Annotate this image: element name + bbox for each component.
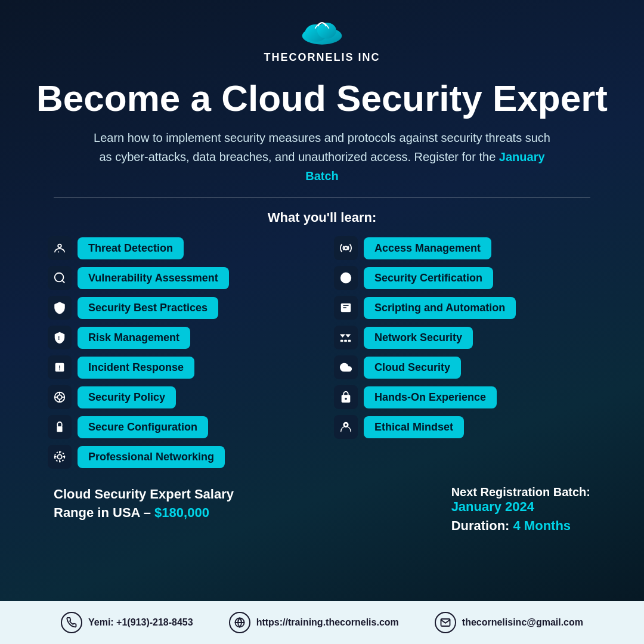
svg-line-7 [62, 280, 64, 283]
hero-subtitle: Learn how to implement security measures… [89, 128, 555, 185]
scripting-automation-icon [334, 296, 358, 320]
network-security-icon [334, 326, 358, 349]
phone-text: Yemi: +1(913)-218-8453 [88, 617, 193, 628]
threat-detection-icon [48, 236, 72, 260]
logo-cloud-icon [298, 18, 346, 48]
topics-container: Threat Detection Vulnerability Assessmen… [48, 236, 596, 469]
list-item: Security Certification [334, 266, 596, 290]
salary-amount: $180,000 [154, 505, 209, 520]
access-management-label: Access Management [364, 237, 491, 259]
duration-label: Duration: [451, 518, 510, 533]
list-item: Security Best Practices [48, 296, 310, 320]
list-item: Threat Detection [48, 236, 310, 260]
footer: Yemi: +1(913)-218-8453 https://training.… [0, 601, 644, 644]
security-best-practices-icon [48, 296, 72, 320]
security-best-practices-label: Security Best Practices [78, 297, 218, 319]
svg-point-27 [345, 424, 347, 426]
professional-networking-label: Professional Networking [78, 446, 225, 468]
svg-rect-5 [58, 252, 59, 253]
duration-value: 4 Months [513, 518, 571, 533]
svg-rect-25 [348, 340, 351, 342]
cloud-security-icon [334, 355, 358, 379]
list-item: Secure Configuration [48, 415, 310, 439]
website-text: https://training.thecornelis.com [256, 617, 399, 628]
registration-value: January 2024 [451, 499, 590, 515]
list-item: Hands-On Experience [334, 385, 596, 409]
email-icon [435, 612, 456, 633]
hands-on-experience-label: Hands-On Experience [364, 386, 497, 408]
svg-rect-17 [57, 426, 62, 432]
hands-on-experience-icon [334, 385, 358, 409]
salary-info: Cloud Security Expert SalaryRange in USA… [54, 485, 234, 522]
network-security-label: Network Security [364, 327, 473, 349]
risk-management-icon: ! [48, 326, 72, 349]
list-item: Ethical Mindset [334, 415, 596, 439]
topics-left-column: Threat Detection Vulnerability Assessmen… [48, 236, 310, 469]
svg-rect-23 [340, 340, 343, 342]
list-item: Professional Networking [48, 445, 310, 469]
secure-configuration-label: Secure Configuration [78, 416, 208, 438]
incident-response-label: Incident Response [78, 357, 194, 379]
svg-point-20 [344, 246, 348, 250]
vulnerability-assessment-label: Vulnerability Assessment [78, 267, 229, 289]
ethical-mindset-icon [334, 415, 358, 439]
list-item: Cloud Security [334, 355, 596, 379]
list-item: Security Policy [48, 385, 310, 409]
email-text: thecornelisinc@gmail.com [462, 617, 583, 628]
svg-rect-24 [344, 340, 347, 342]
threat-detection-label: Threat Detection [78, 237, 184, 259]
security-certification-label: Security Certification [364, 267, 493, 289]
incident-response-icon: ! [48, 355, 72, 379]
svg-point-6 [55, 273, 64, 282]
risk-management-label: Risk Management [78, 327, 190, 349]
security-certification-icon [334, 266, 358, 290]
access-management-icon [334, 236, 358, 260]
professional-networking-icon [48, 445, 72, 469]
batch-info: Next Registration Batch: January 2024 Du… [451, 485, 590, 534]
svg-point-18 [57, 455, 61, 459]
registration-label: Next Registration Batch: [451, 485, 590, 499]
svg-point-4 [58, 245, 61, 247]
vulnerability-assessment-icon [48, 266, 72, 290]
footer-website: https://training.thecornelis.com [229, 612, 399, 633]
topics-right-column: Access Management Security Certification… [334, 236, 596, 469]
section-divider [54, 197, 590, 198]
scripting-automation-label: Scripting and Automation [364, 297, 516, 319]
list-item: Scripting and Automation [334, 296, 596, 320]
svg-point-12 [57, 395, 61, 400]
list-item: Network Security [334, 326, 596, 349]
company-name: THECORNELIS INC [264, 51, 380, 64]
bottom-info: Cloud Security Expert SalaryRange in USA… [48, 485, 596, 534]
hero-title: Become a Cloud Security Expert [36, 78, 608, 119]
svg-text:!: ! [58, 364, 61, 371]
security-policy-icon [48, 385, 72, 409]
hero-subtitle-main: Learn how to implement security measures… [94, 131, 550, 163]
list-item: Access Management [334, 236, 596, 260]
ethical-mindset-label: Ethical Mindset [364, 416, 464, 438]
security-policy-label: Security Policy [78, 386, 176, 408]
footer-email: thecornelisinc@gmail.com [435, 612, 583, 633]
footer-phone: Yemi: +1(913)-218-8453 [61, 612, 193, 633]
secure-configuration-icon [48, 415, 72, 439]
globe-icon [229, 612, 250, 633]
svg-text:!: ! [58, 335, 60, 341]
phone-icon [61, 612, 82, 633]
logo-area: THECORNELIS INC [264, 18, 380, 64]
learn-heading: What you'll learn: [268, 210, 376, 225]
cloud-security-label: Cloud Security [364, 357, 461, 379]
list-item: ! Risk Management [48, 326, 310, 349]
list-item: ! Incident Response [48, 355, 310, 379]
list-item: Vulnerability Assessment [48, 266, 310, 290]
duration-info: Duration: 4 Months [451, 518, 590, 534]
